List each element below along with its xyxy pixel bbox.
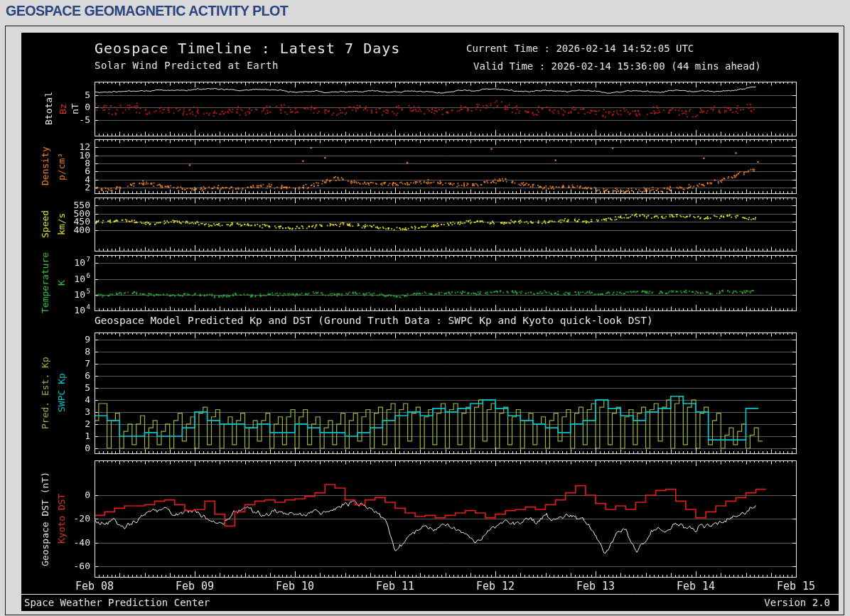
x-tick-label: Feb 12 (467, 580, 524, 593)
ylabel-p-cm: p/cm³ (55, 139, 68, 193)
ylabel-k: K (55, 255, 68, 310)
ylabel-speed: Speed (39, 198, 51, 251)
x-tick-label: Feb 11 (367, 580, 424, 593)
x-tick-label: Feb 09 (166, 580, 223, 593)
x-tick-label: Feb 10 (267, 580, 323, 593)
ylabel-kyoto-dst: Kyoto DST (55, 460, 68, 577)
footer-credit: Space Weather Prediction Center (24, 597, 210, 608)
ylabel-btotal: Btotal (43, 82, 55, 136)
ylabel-nt: nT (69, 82, 81, 136)
footer-version: Version 2.0 (764, 597, 830, 608)
chart-title: Geospace Timeline : Latest 7 Days (95, 40, 400, 57)
ylabel-pred-est-kp: Pred. Est. Kp (39, 333, 51, 453)
page-title: GEOSPACE GEOMAGNETIC ACTIVITY PLOT (6, 2, 288, 19)
ylabel-swpc-kp: SWPC Kp (55, 333, 68, 453)
valid-time: Valid Time : 2026-02-14 15:36:00 (44 min… (473, 60, 761, 72)
x-tick-label: Feb 08 (66, 580, 123, 593)
geospace-plot: Geospace Timeline : Latest 7 Days Solar … (21, 33, 839, 611)
ylabel-km-s: km/s (55, 198, 68, 251)
ylabel-density: Density (39, 139, 51, 193)
current-time: Current Time : 2026-02-14 14:52:05 UTC (466, 43, 694, 54)
x-tick-label: Feb 15 (768, 580, 824, 593)
ylabel-bz: Bz (57, 82, 69, 136)
mid-title: Geospace Model Predicted Kp and DST (Gro… (95, 315, 653, 326)
ylabel-temperature: Temperature (39, 255, 51, 310)
ylabel-geospace-dst-nt: Geospace DST (nT) (39, 460, 51, 577)
x-tick-label: Feb 13 (567, 580, 624, 593)
plot-frame: Geospace Timeline : Latest 7 Days Solar … (5, 26, 844, 615)
page: GEOSPACE GEOMAGNETIC ACTIVITY PLOT Geosp… (0, 0, 850, 616)
chart-subtitle: Solar Wind Predicted at Earth (95, 60, 279, 71)
x-tick-label: Feb 14 (667, 580, 724, 593)
